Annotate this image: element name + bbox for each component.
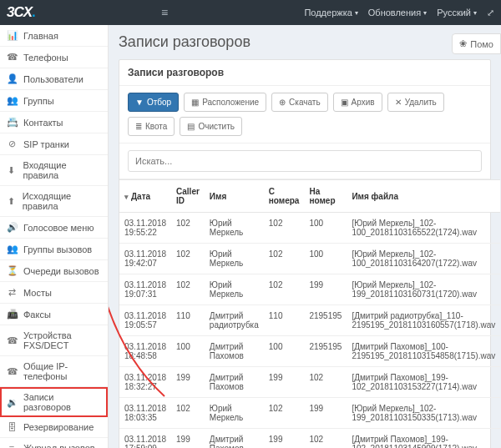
table-row[interactable]: 03.11.2018 19:07:31102Юрий Меркель102199… — [119, 274, 500, 305]
cell-to: 199 — [304, 274, 347, 305]
table-row[interactable]: 03.11.2018 19:42:07102Юрий Меркель102100… — [119, 244, 500, 274]
sidebar-item-6[interactable]: ⬇Входящие правила — [0, 155, 108, 186]
sidebar: 📊Главная☎Телефоны👤Пользователи👥Группы📇Ко… — [0, 25, 109, 448]
cell-cid: 100 — [171, 336, 205, 367]
table-row[interactable]: 03.11.2018 18:32:27199Дмитрий Пахомов199… — [119, 367, 500, 398]
sidebar-item-2[interactable]: 👤Пользователи — [0, 68, 108, 90]
sidebar-item-1[interactable]: ☎Телефоны — [0, 47, 108, 68]
cell-from: 199 — [264, 429, 305, 449]
cell-cid: 102 — [171, 274, 205, 305]
sidebar-item-label: Исходящие правила — [23, 191, 101, 211]
sidebar-item-16[interactable]: 🗄Резервирование — [0, 417, 108, 438]
sidebar-item-11[interactable]: ⇄Мосты — [0, 282, 108, 304]
sidebar-item-0[interactable]: 📊Главная — [0, 25, 108, 47]
col-from[interactable]: С номера — [264, 180, 305, 213]
hamburger-icon[interactable]: ≡ — [161, 6, 168, 19]
grid-icon: ▦ — [191, 98, 199, 107]
cell-cid: 102 — [171, 213, 205, 244]
cell-date: 03.11.2018 19:05:57 — [119, 305, 171, 336]
table-row[interactable]: 03.11.2018 19:05:57110Дмитрий радиотрубк… — [119, 305, 500, 336]
table-row[interactable]: 03.11.2018 17:59:09199Дмитрий Пахомов199… — [119, 429, 500, 449]
search-input[interactable] — [128, 150, 482, 172]
sidebar-icon: ⏳ — [7, 265, 17, 276]
cell-from: 102 — [264, 398, 305, 429]
cell-file: [Юрий Меркель]_102-199_20181103150335(17… — [347, 398, 500, 429]
sidebar-icon: 📇 — [7, 117, 17, 128]
sidebar-item-label: Записи разговоров — [23, 392, 101, 412]
delete-button[interactable]: ✕Удалить — [387, 93, 444, 112]
table-row[interactable]: 03.11.2018 19:55:22102Юрий Меркель102100… — [119, 213, 500, 244]
sidebar-item-label: Группы вызовов — [23, 244, 92, 254]
table-row[interactable]: 03.11.2018 18:03:35102Юрий Меркель102199… — [119, 398, 500, 429]
cell-cid: 199 — [171, 367, 205, 398]
filter-button[interactable]: ▼Отбор — [128, 93, 179, 112]
filter-icon: ▼ — [135, 98, 144, 107]
col-date[interactable]: Дата — [119, 180, 171, 213]
sidebar-item-5[interactable]: ⊘SIP транки — [0, 133, 108, 155]
col-to[interactable]: На номер — [304, 180, 347, 213]
cell-from: 102 — [264, 274, 305, 305]
sidebar-item-label: Очереди вызовов — [23, 266, 99, 276]
cell-cid: 102 — [171, 244, 205, 274]
cell-from: 102 — [264, 213, 305, 244]
search-wrap — [119, 143, 490, 179]
cell-to: 102 — [304, 429, 347, 449]
sidebar-item-label: SIP транки — [23, 139, 69, 149]
cell-to: 2195195 — [304, 336, 347, 367]
cell-name: Дмитрий Пахомов — [205, 336, 264, 367]
records-table: Дата Caller ID Имя С номера На номер Имя… — [119, 179, 500, 448]
cell-name: Дмитрий радиотрубка — [205, 305, 264, 336]
cell-file: [Дмитрий Пахомов]_199-102_20181103145909… — [347, 429, 500, 449]
sidebar-icon: 📊 — [7, 30, 17, 41]
sidebar-item-label: Журнал вызовов — [23, 443, 95, 448]
sidebar-item-10[interactable]: ⏳Очереди вызовов — [0, 260, 108, 282]
top-support[interactable]: Поддержка▾ — [304, 8, 357, 18]
trash-icon: ▤ — [187, 122, 195, 131]
archive-button[interactable]: ▣Архив — [333, 93, 382, 112]
app-logo: 3CX. — [7, 4, 35, 21]
clear-button[interactable]: ▤Очистить — [180, 117, 242, 136]
col-caller-id[interactable]: Caller ID — [171, 180, 205, 213]
disk-icon: ≣ — [135, 122, 142, 131]
sidebar-item-15[interactable]: 🔉Записи разговоров — [0, 387, 108, 417]
sidebar-item-label: Общие IP-телефоны — [23, 361, 101, 381]
cell-to: 100 — [304, 244, 347, 274]
sidebar-item-13[interactable]: ☎Устройства FXS/DECT — [0, 325, 108, 356]
cell-name: Юрий Меркель — [205, 398, 264, 429]
cell-to: 100 — [304, 213, 347, 244]
help-button[interactable]: ❀Помо — [452, 33, 501, 54]
sidebar-item-14[interactable]: ☎Общие IP-телефоны — [0, 356, 108, 387]
sidebar-item-17[interactable]: ≡Журнал вызовов — [0, 438, 108, 448]
cell-name: Юрий Меркель — [205, 244, 264, 274]
sidebar-item-label: Голосовое меню — [23, 223, 94, 233]
gear-icon: ❀ — [459, 38, 467, 49]
sidebar-item-4[interactable]: 📇Контакты — [0, 112, 108, 133]
col-filename[interactable]: Имя файла — [347, 180, 500, 213]
sidebar-icon: 🔉 — [7, 397, 17, 408]
panel-title: Записи разговоров — [119, 60, 490, 86]
close-icon: ✕ — [395, 98, 402, 107]
sidebar-item-3[interactable]: 👥Группы — [0, 90, 108, 112]
main-content: ❀Помо Записи разговоров Записи разговоро… — [109, 25, 501, 448]
download-button[interactable]: ⊕Скачать — [271, 93, 328, 112]
sidebar-item-label: Пользователи — [23, 74, 84, 84]
top-updates[interactable]: Обновления▾ — [368, 8, 427, 18]
cell-file: [Дмитрий Пахомов]_100-2195195_2018110315… — [347, 336, 500, 367]
expand-icon[interactable]: ⤢ — [487, 8, 494, 18]
cell-date: 03.11.2018 17:59:09 — [119, 429, 171, 449]
sidebar-icon: 🔊 — [7, 222, 17, 233]
cell-cid: 110 — [171, 305, 205, 336]
sidebar-icon: ⇄ — [7, 287, 17, 298]
sidebar-item-7[interactable]: ⬆Исходящие правила — [0, 186, 108, 217]
col-name[interactable]: Имя — [205, 180, 264, 213]
sidebar-item-9[interactable]: 👥Группы вызовов — [0, 239, 108, 260]
top-language[interactable]: Русский▾ — [437, 8, 477, 18]
table-row[interactable]: 03.11.2018 18:48:58100Дмитрий Пахомов100… — [119, 336, 500, 367]
sidebar-item-12[interactable]: 📠Факсы — [0, 304, 108, 325]
sidebar-item-8[interactable]: 🔊Голосовое меню — [0, 217, 108, 239]
quota-button[interactable]: ≣Квота — [128, 117, 175, 136]
layout-button[interactable]: ▦Расположение — [184, 93, 266, 112]
sidebar-item-label: Главная — [23, 31, 58, 41]
sidebar-item-label: Входящие правила — [23, 160, 101, 180]
cell-from: 110 — [264, 305, 305, 336]
